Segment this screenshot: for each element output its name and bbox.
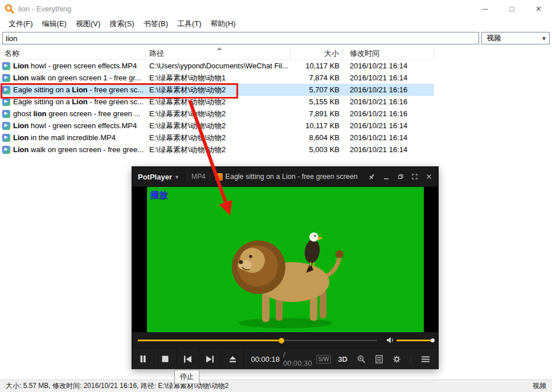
file-modified: 2016/10/21 16:16 — [343, 85, 434, 94]
everything-titlebar: lion - Everything ─ □ ✕ — [0, 0, 552, 17]
player-fullscreen-button[interactable] — [411, 173, 418, 180]
format-badge: MP4 — [191, 173, 206, 181]
threed-button[interactable]: 3D — [338, 355, 347, 364]
minimize-button[interactable]: ─ — [472, 0, 498, 17]
menu-item-search[interactable]: 搜索(S) — [105, 17, 138, 31]
column-header-modified[interactable]: 修改时间 — [343, 48, 434, 59]
search-row: 视频 ▼ — [0, 31, 552, 46]
menu-item-help[interactable]: 帮助(H) — [207, 17, 240, 31]
potplayer-window: PotPlayer ▼ MP4 Eagle sitting on a Lion … — [132, 166, 439, 369]
volume-bar[interactable] — [396, 340, 433, 341]
menu-hamburger-icon[interactable] — [421, 356, 430, 363]
media-file-icon — [2, 110, 10, 118]
next-button[interactable] — [199, 349, 222, 369]
file-size: 10,117 KB — [291, 121, 343, 130]
file-modified: 2016/10/21 16:14 — [343, 145, 434, 154]
status-filter-label: 视频 — [533, 381, 546, 391]
file-size: 7,874 KB — [291, 74, 343, 82]
media-file-icon — [2, 74, 10, 82]
file-path: E:\绿幕素材\动物\动物2 — [146, 109, 291, 119]
sw-badge: S/W — [316, 355, 332, 364]
file-row[interactable]: Lion walk on green screen 1 - free gr...… — [0, 72, 434, 84]
file-modified: 2016/10/21 16:14 — [343, 62, 434, 70]
player-close-button[interactable] — [426, 173, 432, 180]
file-size: 5,155 KB — [291, 97, 343, 106]
separator — [411, 354, 411, 364]
file-size: 5,707 KB — [291, 85, 343, 94]
seek-row — [132, 332, 438, 348]
column-header-size[interactable]: 大小 — [291, 48, 343, 59]
playlist-icon[interactable] — [375, 355, 383, 364]
player-controls: 00:00:18 / 00:00:30 S/W 3D — [132, 348, 438, 369]
menu-item-edit[interactable]: 编辑(E) — [38, 17, 71, 31]
screen: lion - Everything ─ □ ✕ 文件(F) 编辑(E) 视图(V… — [0, 0, 552, 392]
lion-eagle-image — [226, 222, 345, 330]
menu-item-tools[interactable]: 工具(T) — [173, 17, 206, 31]
zoom-search-icon[interactable] — [357, 355, 366, 364]
menu-item-view[interactable]: 视图(V) — [72, 17, 104, 31]
sort-ascending-icon — [216, 47, 222, 50]
previous-icon — [183, 356, 192, 363]
volume-fill — [396, 340, 431, 341]
column-header-name[interactable]: 名称 — [0, 48, 146, 59]
file-name: ghost lion green screen - free green ... — [13, 109, 140, 118]
filter-selected-value: 视频 — [486, 33, 501, 43]
stop-button[interactable] — [154, 349, 177, 369]
open-eject-button[interactable] — [222, 349, 244, 369]
volume-icon[interactable] — [386, 336, 394, 344]
search-input[interactable] — [2, 32, 479, 44]
next-icon — [206, 356, 214, 363]
settings-gear-icon[interactable] — [392, 355, 401, 364]
time-display: 00:00:18 / 00:00:30 S/W — [244, 349, 338, 369]
file-row[interactable]: Lion howl - green screen effects.MP4 E:\… — [0, 120, 434, 132]
annotation-rectangle — [1, 83, 238, 99]
file-modified: 2016/10/21 16:16 — [343, 97, 434, 106]
file-name: Eagle sitting on a Lion - free green sc.… — [13, 97, 144, 106]
player-minimize-button[interactable] — [383, 173, 390, 180]
media-file-icon — [2, 134, 10, 142]
file-row[interactable]: Lion in the mall incredible.MP4 E:\绿幕素材\… — [0, 132, 434, 144]
seek-fill — [138, 340, 281, 341]
file-modified: 2016/10/21 16:14 — [343, 121, 434, 130]
close-button[interactable]: ✕ — [525, 0, 552, 17]
pause-icon — [139, 355, 147, 363]
file-name: Lion in the mall incredible.MP4 — [13, 133, 116, 142]
player-restore-button[interactable] — [397, 173, 404, 180]
filter-dropdown[interactable]: 视频 ▼ — [481, 32, 550, 44]
status-bar: 大小: 5.57 MB, 修改时间: 2016/10/21 16:16, 路径:… — [0, 379, 552, 392]
media-file-icon — [2, 98, 10, 106]
separator — [210, 173, 210, 181]
file-path: E:\绿幕素材\动物\动物2 — [146, 133, 291, 143]
menu-item-bookmarks[interactable]: 书签(B) — [140, 17, 172, 31]
stop-icon — [162, 356, 169, 362]
previous-button[interactable] — [177, 349, 199, 369]
menu-item-file[interactable]: 文件(F) — [5, 17, 37, 31]
pause-button[interactable] — [132, 349, 154, 369]
file-modified: 2016/10/21 16:16 — [343, 109, 434, 118]
results-header: 名称 路径 大小 修改时间 — [0, 47, 434, 60]
file-row[interactable]: Lion walk on green screen - free gree...… — [0, 144, 434, 156]
separator — [187, 173, 187, 181]
file-path: C:\Users\yypond\Documents\WeChat Fil... — [146, 62, 291, 70]
file-row[interactable]: Lion howl - green screen effects.MP4 C:\… — [0, 60, 434, 72]
results-list: Lion howl - green screen effects.MP4 C:\… — [0, 60, 434, 156]
file-size: 5,003 KB — [291, 145, 343, 154]
time-current: 00:00:18 — [251, 355, 280, 364]
file-row[interactable]: ghost lion green screen - free green ...… — [0, 108, 434, 120]
file-size: 7,891 KB — [291, 109, 343, 118]
media-file-icon — [2, 122, 10, 130]
seek-handle[interactable] — [279, 338, 284, 344]
volume-handle[interactable] — [431, 338, 435, 342]
file-path: E:\绿幕素材\动物\动物1 — [146, 73, 291, 83]
player-titlebar[interactable]: PotPlayer ▼ MP4 Eagle sitting on a Lion … — [132, 167, 438, 187]
menu-bar: 文件(F) 编辑(E) 视图(V) 搜索(S) 书签(B) 工具(T) 帮助(H… — [0, 17, 552, 31]
file-name: Lion walk on green screen 1 - free gr... — [13, 74, 141, 82]
maximize-button[interactable]: □ — [498, 0, 525, 17]
player-menu-chevron-icon[interactable]: ▼ — [174, 174, 179, 180]
file-size: 8,604 KB — [291, 133, 343, 142]
seek-bar[interactable] — [138, 340, 377, 341]
media-file-icon — [2, 62, 10, 70]
everything-app-icon — [5, 4, 14, 14]
pin-icon[interactable] — [368, 173, 375, 181]
file-name: Lion howl - green screen effects.MP4 — [13, 62, 137, 70]
